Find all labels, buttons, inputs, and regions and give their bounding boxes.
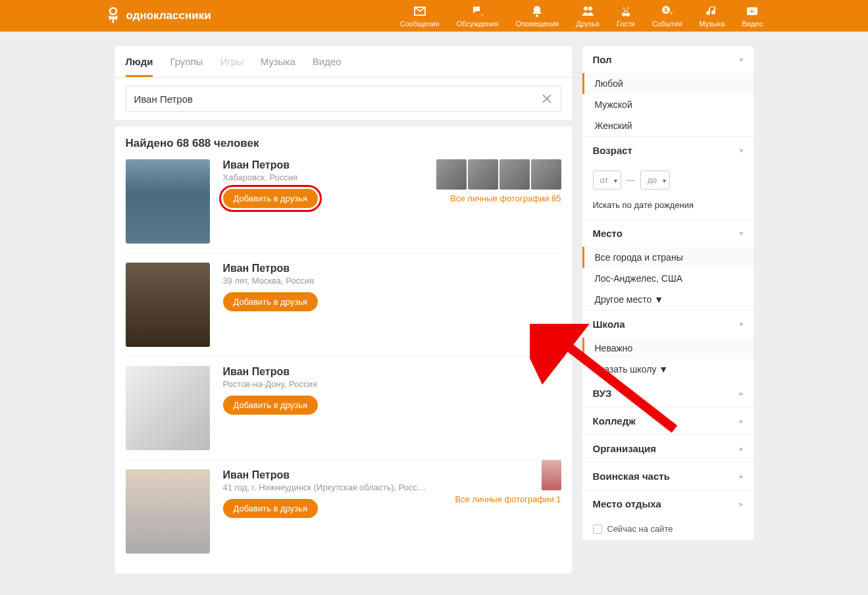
result-item: Иван ПетровХабаровск, РоссияДобавить в д… — [126, 159, 561, 253]
result-item: Иван Петров39 лет, Москва, РоссияДобавит… — [126, 253, 561, 356]
brand-text: одноклассники — [126, 9, 211, 22]
age-to-select[interactable]: до — [640, 170, 670, 190]
age-from-select[interactable]: от — [593, 170, 621, 190]
search-input[interactable] — [134, 93, 541, 105]
nav-notifications[interactable]: Оповещения — [516, 4, 559, 28]
all-photos-link[interactable]: Все личные фотографии 85 — [450, 194, 561, 203]
photo-thumb[interactable] — [468, 159, 498, 190]
tab-Музыка[interactable]: Музыка — [261, 46, 295, 77]
svg-point-3 — [588, 7, 592, 11]
result-item: Иван Петров41 год, г. Нижнеудинск (Иркут… — [126, 459, 561, 563]
nav-friends[interactable]: Друзья — [576, 4, 600, 28]
svg-point-2 — [584, 7, 588, 11]
header: одноклассники СообщенияОбсужденияОповеще… — [0, 0, 868, 32]
all-photos-link[interactable]: Все личные фотографии 1 — [455, 494, 561, 504]
place-other[interactable]: Другое место ▼ — [582, 289, 753, 310]
result-name[interactable]: Иван Петров — [223, 263, 561, 274]
avatar[interactable] — [126, 469, 210, 554]
nav-guests-icon — [619, 4, 633, 18]
tab-Люди[interactable]: Люди — [126, 46, 153, 77]
results-count: Найдено 68 688 человек — [126, 137, 561, 150]
avatar[interactable] — [126, 159, 210, 244]
nav-notifications-icon — [530, 4, 544, 18]
photo-thumb[interactable] — [436, 159, 467, 190]
result-item: Иван ПетровРостов-на-Дону, РоссияДобавит… — [126, 356, 561, 459]
photo-thumb[interactable] — [542, 460, 561, 490]
gender-opt[interactable]: Мужской — [582, 94, 753, 115]
filter-section-Место отдыха[interactable]: Место отдыха▸ — [582, 490, 753, 517]
place-opt[interactable]: Лос-Анджелес, США — [582, 268, 753, 289]
add-friend-button[interactable]: Добавить в друзья — [223, 189, 319, 208]
add-friend-button[interactable]: Добавить в друзья — [223, 292, 319, 311]
gender-opt[interactable]: Женский — [582, 115, 753, 136]
nav-messages-icon — [413, 4, 427, 18]
place-opt[interactable]: Все города и страны — [582, 247, 753, 268]
avatar[interactable] — [126, 366, 210, 450]
svg-point-0 — [110, 8, 116, 14]
photo-thumb[interactable] — [499, 159, 530, 190]
photo-thumb[interactable] — [531, 159, 561, 190]
add-friend-button[interactable]: Добавить в друзья — [223, 499, 319, 518]
nav-discussions[interactable]: Обсуждения — [457, 4, 499, 28]
nav-guests[interactable]: Гости — [617, 4, 635, 28]
avatar[interactable] — [126, 263, 210, 347]
nav-video[interactable]: Видео — [742, 4, 763, 28]
filters: Пол▾ ЛюбойМужскойЖенский Возраст▾ от — д… — [582, 46, 753, 540]
filter-school-head[interactable]: Школа▾ — [582, 310, 753, 338]
nav-discussions-icon — [471, 4, 485, 18]
nav-friends-icon — [580, 4, 595, 18]
svg-point-4 — [622, 13, 626, 16]
nav-music-icon — [705, 4, 719, 18]
tab-Группы[interactable]: Группы — [170, 46, 203, 77]
add-friend-button[interactable]: Добавить в друзья — [223, 396, 319, 415]
clear-icon[interactable] — [541, 93, 553, 105]
svg-point-1 — [536, 14, 538, 17]
school-other[interactable]: Указать школу ▼ — [582, 359, 753, 380]
nav-messages[interactable]: Сообщения — [400, 4, 440, 28]
search-box — [126, 86, 561, 112]
search-tabs: ЛюдиГруппыИгрыМузыкаВидео — [115, 46, 572, 78]
tab-Видео[interactable]: Видео — [313, 46, 342, 77]
online-now-checkbox[interactable]: Сейчас на сайте — [582, 517, 753, 540]
filter-section-Колледж[interactable]: Колледж▸ — [582, 407, 753, 434]
nav-video-icon — [745, 4, 759, 18]
gender-opt[interactable]: Любой — [582, 73, 753, 94]
filter-gender-head[interactable]: Пол▾ — [582, 46, 753, 73]
result-name[interactable]: Иван Петров — [223, 366, 561, 378]
school-opt[interactable]: Неважно — [582, 338, 753, 359]
result-location: Ростов-на-Дону, Россия — [223, 379, 561, 389]
svg-point-5 — [626, 13, 630, 16]
filter-age-head[interactable]: Возраст▾ — [582, 136, 753, 164]
svg-text:$: $ — [664, 7, 667, 13]
result-location: 39 лет, Москва, Россия — [223, 276, 561, 286]
filter-section-Воинская часть[interactable]: Воинская часть▸ — [582, 462, 753, 490]
logo[interactable]: одноклассники — [105, 7, 211, 25]
nav-music[interactable]: Музыка — [699, 4, 725, 28]
nav-events-icon: $ — [660, 4, 675, 18]
checkbox-icon — [593, 525, 602, 534]
nav-events[interactable]: $События — [652, 4, 682, 28]
filter-section-ВУЗ[interactable]: ВУЗ▸ — [582, 380, 753, 407]
search-by-birth[interactable]: Искать по дате рождения — [582, 196, 753, 219]
ok-logo-icon — [105, 7, 121, 25]
filter-place-head[interactable]: Место▾ — [582, 219, 753, 247]
filter-section-Организация[interactable]: Организация▸ — [582, 434, 753, 462]
tab-Игры[interactable]: Игры — [220, 46, 243, 77]
